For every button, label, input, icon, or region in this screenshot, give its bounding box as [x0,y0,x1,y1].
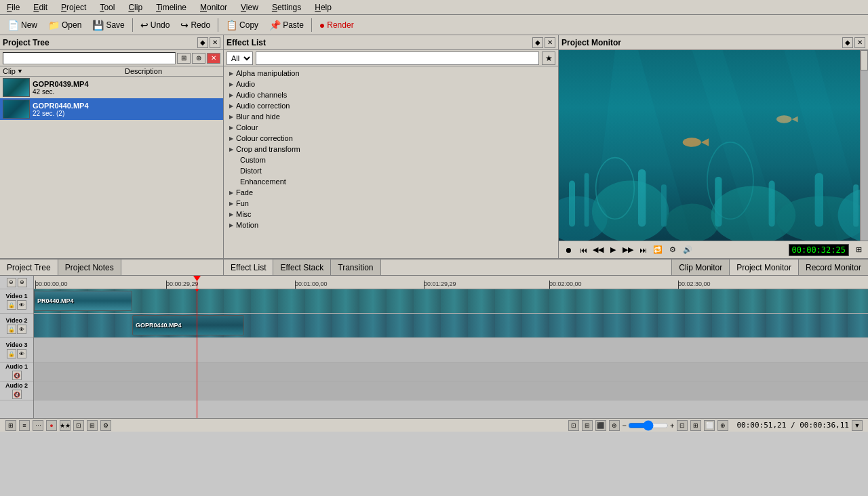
menu-edit[interactable]: Edit [29,1,52,14]
effect-cat-enhancement[interactable]: Enhancement [224,176,558,187]
project-tree-close-btn[interactable]: ✕ [210,37,220,48]
tab-project-monitor[interactable]: Project Monitor [729,260,798,275]
status-icon-7[interactable]: ⚙ [100,420,111,431]
effect-list-pin-btn[interactable]: ◆ [532,37,543,48]
status-icon-6[interactable]: ⊞ [87,420,98,431]
effect-cat-colour[interactable]: ▶ Colour [224,122,558,133]
tree-item-0[interactable]: GOPR0439.MP4 42 sec. [0,77,223,98]
tab-effect-stack[interactable]: Effect Stack [273,260,331,275]
effect-filter-select[interactable]: All [226,51,253,65]
monitor-end-btn[interactable]: ⏭ [636,243,650,257]
status-icon-red[interactable]: ● [46,420,57,431]
menu-timeline[interactable]: Timeline [152,1,191,14]
track-content-video3[interactable] [34,338,868,362]
track-content-audio2[interactable] [34,381,868,400]
monitor-stop-btn[interactable]: ⏺ [561,243,575,257]
track-content-video1[interactable]: PR0440.MP4 [34,289,868,313]
monitor-next-btn[interactable]: ▶▶ [621,243,635,257]
tab-effect-list[interactable]: Effect List [224,260,273,275]
clip-video2-gopr0440[interactable]: GOPR0440.MP4 [132,315,244,335]
menu-project[interactable]: Project [57,1,90,14]
audio1-mute-btn[interactable]: 🔇 [12,371,22,380]
track-content-video2[interactable]: GOPR0440.MP4 [34,314,868,337]
monitor-play-btn[interactable]: ▶ [606,243,620,257]
zoom-out-btn[interactable]: ⊖ [7,278,16,287]
redo-button[interactable]: ↪ Redo [176,17,215,33]
video1-lock-btn[interactable]: 🔒 [7,300,16,310]
status-icon-r2[interactable]: ⊞ [582,420,593,431]
tab-transition[interactable]: Transition [331,260,380,275]
menu-tool[interactable]: Tool [96,1,119,14]
project-tree-pin-btn[interactable]: ◆ [197,37,208,48]
monitor-settings-btn[interactable]: ⚙ [666,243,679,257]
render-button[interactable]: ● Render [315,17,359,33]
video1-vis-btn[interactable]: 👁 [17,300,26,310]
menu-help[interactable]: Help [311,1,336,14]
effect-cat-crop[interactable]: ▶ Crop and transform [224,144,558,154]
effect-favorite-btn[interactable]: ★ [542,51,555,65]
menu-clip[interactable]: Clip [124,1,146,14]
clip-video1-pr0440[interactable]: PR0440.MP4 [34,291,132,311]
monitor-loop-btn[interactable]: 🔁 [651,243,665,257]
tab-clip-monitor[interactable]: Clip Monitor [671,260,729,275]
project-tree-search[interactable] [3,52,176,64]
menu-file[interactable]: File [3,1,24,14]
effect-cat-motion[interactable]: ▶ Motion [224,220,558,230]
zoom-slider[interactable] [628,421,669,430]
new-button[interactable]: 📄 New [3,17,42,33]
effect-cat-fade[interactable]: ▶ Fade [224,187,558,198]
status-icon-r5[interactable]: ⊡ [677,420,688,431]
project-monitor-pin-btn[interactable]: ◆ [842,37,853,48]
video3-vis-btn[interactable]: 👁 [17,349,26,358]
video3-lock-btn[interactable]: 🔒 [7,349,16,358]
undo-button[interactable]: ↩ Undo [136,17,175,33]
effect-cat-distort[interactable]: Distort [224,165,558,176]
menu-settings[interactable]: Settings [268,1,305,14]
video2-vis-btn[interactable]: 👁 [17,325,26,334]
status-icon-4[interactable]: ★★ [60,420,71,431]
audio2-mute-btn[interactable]: 🔇 [12,390,22,399]
status-icon-r9[interactable]: ▼ [852,420,863,431]
status-icon-r6[interactable]: ⊞ [690,420,701,431]
project-tree-add-btn[interactable]: ⊕ [192,53,205,64]
effect-search-input[interactable] [256,51,539,65]
status-icon-r1[interactable]: ⊡ [568,420,579,431]
paste-button[interactable]: 📌 Paste [264,17,309,33]
project-tree-del-btn[interactable]: ✕ [207,53,220,64]
menu-monitor[interactable]: Monitor [196,1,231,14]
tree-item-1[interactable]: GOPR0440.MP4 22 sec. (2) [0,98,223,120]
status-icon-r3[interactable]: ⬛ [595,420,606,431]
monitor-start-btn[interactable]: ⏮ [576,243,590,257]
zoom-in-btn[interactable]: ⊕ [18,278,27,287]
save-button[interactable]: 💾 Save [87,17,129,33]
effect-cat-blur[interactable]: ▶ Blur and hide [224,111,558,122]
effect-cat-alpha[interactable]: ▶ Alpha manipulation [224,68,558,79]
open-button[interactable]: 📁 Open [43,17,86,33]
status-icon-r7[interactable]: ⬜ [704,420,715,431]
effect-cat-audioch[interactable]: ▶ Audio channels [224,89,558,100]
monitor-fullscreen-btn[interactable]: ⊞ [852,243,865,257]
monitor-prev-btn[interactable]: ◀◀ [591,243,605,257]
status-icon-1[interactable]: ⊞ [5,420,16,431]
effect-cat-custom[interactable]: Custom [224,154,558,165]
video2-lock-btn[interactable]: 🔒 [7,325,16,334]
tab-project-notes[interactable]: Project Notes [58,260,121,275]
tab-record-monitor[interactable]: Record Monitor [798,260,868,275]
copy-button[interactable]: 📋 Copy [221,17,263,33]
track-content-audio1[interactable] [34,363,868,381]
project-monitor-close-btn[interactable]: ✕ [854,37,865,48]
menu-view[interactable]: View [237,1,262,14]
status-icon-3[interactable]: ⋯ [33,420,43,431]
effect-cat-misc[interactable]: ▶ Misc [224,209,558,220]
tab-project-tree[interactable]: Project Tree [0,260,58,275]
status-icon-r8[interactable]: ⊕ [717,420,728,431]
status-icon-2[interactable]: ≡ [19,420,30,431]
effect-cat-audiocorr[interactable]: ▶ Audio correction [224,100,558,111]
status-icon-5[interactable]: ⊡ [73,420,84,431]
effect-cat-fun[interactable]: ▶ Fun [224,198,558,209]
monitor-audio-btn[interactable]: 🔊 [681,243,694,257]
effect-cat-audio[interactable]: ▶ Audio [224,79,558,89]
status-icon-r4[interactable]: ⊕ [609,420,620,431]
effect-cat-colourcorr[interactable]: ▶ Colour correction [224,133,558,144]
project-tree-view-btn[interactable]: ⊞ [177,53,191,64]
